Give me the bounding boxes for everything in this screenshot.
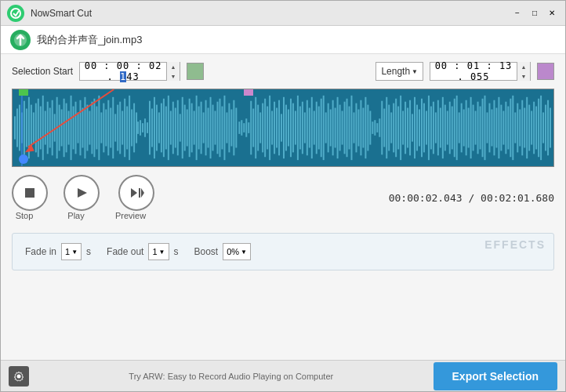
- svg-rect-7: [24, 101, 25, 155]
- boost-value: 0%: [227, 247, 239, 256]
- svg-rect-202: [480, 107, 481, 150]
- svg-rect-218: [517, 103, 518, 153]
- preview-label: Preview: [115, 211, 146, 220]
- length-spinners: ▲ ▼: [517, 62, 530, 81]
- svg-rect-192: [456, 96, 458, 160]
- svg-rect-161: [383, 109, 385, 147]
- svg-rect-158: [376, 123, 378, 132]
- svg-rect-150: [357, 109, 359, 146]
- svg-rect-229: [542, 112, 544, 143]
- svg-marker-237: [78, 188, 87, 198]
- svg-rect-117: [281, 114, 282, 141]
- fade-in-select[interactable]: 1 ▼: [61, 243, 82, 260]
- svg-rect-151: [360, 100, 361, 156]
- svg-rect-105: [252, 109, 254, 147]
- svg-rect-165: [393, 103, 394, 153]
- svg-rect-98: [223, 96, 225, 160]
- stop-button[interactable]: [12, 175, 48, 211]
- close-button[interactable]: ✕: [545, 6, 559, 20]
- svg-rect-147: [350, 96, 352, 160]
- svg-rect-120: [288, 109, 289, 146]
- playhead[interactable]: [19, 154, 28, 164]
- boost-label: Boost: [194, 246, 219, 257]
- svg-rect-113: [271, 111, 273, 144]
- fade-out-select[interactable]: 1 ▼: [148, 243, 169, 260]
- svg-rect-57: [129, 96, 130, 160]
- svg-rect-31: [80, 100, 82, 156]
- svg-rect-5: [19, 105, 20, 151]
- svg-rect-156: [372, 122, 373, 134]
- svg-rect-14: [40, 107, 42, 150]
- svg-rect-164: [390, 112, 392, 143]
- svg-rect-70: [170, 111, 172, 144]
- boost-select[interactable]: 0% ▼: [223, 243, 251, 260]
- svg-rect-83: [201, 102, 202, 154]
- app-header: 我的合并声音_join.mp3: [1, 26, 565, 54]
- length-input[interactable]: 00 : 01 : 13 . 055 ▲ ▼: [430, 62, 531, 81]
- export-button[interactable]: Export Selection: [434, 362, 557, 390]
- svg-rect-71: [172, 102, 174, 154]
- svg-rect-12: [35, 103, 37, 153]
- svg-rect-106: [255, 97, 256, 158]
- settings-button[interactable]: [9, 366, 29, 387]
- svg-rect-132: [316, 102, 317, 154]
- length-dropdown[interactable]: Length ▼: [376, 62, 423, 81]
- svg-rect-127: [304, 112, 306, 143]
- svg-rect-17: [47, 102, 49, 154]
- svg-rect-206: [488, 103, 490, 153]
- svg-rect-198: [470, 97, 472, 158]
- length-dropdown-arrow: ▼: [412, 68, 418, 75]
- svg-rect-42: [93, 99, 95, 157]
- svg-rect-170: [405, 102, 406, 154]
- effects-area: EFFECTS Fade in 1 ▼ s Fade out 1 ▼: [12, 233, 554, 270]
- svg-rect-119: [285, 105, 287, 151]
- svg-rect-199: [473, 105, 474, 151]
- selection-start-input[interactable]: 00 : 00 : 02 . 143 ▲ ▼: [79, 62, 180, 81]
- svg-rect-183: [435, 112, 437, 143]
- svg-rect-32: [82, 108, 83, 148]
- maximize-button[interactable]: □: [528, 6, 542, 20]
- svg-rect-230: [545, 105, 546, 151]
- fade-out-value: 1: [152, 247, 157, 256]
- svg-rect-20: [54, 114, 56, 141]
- length-down[interactable]: ▼: [517, 71, 530, 81]
- play-button[interactable]: [63, 175, 100, 211]
- svg-rect-157: [374, 120, 376, 136]
- svg-rect-162: [386, 97, 387, 158]
- svg-rect-8: [26, 109, 27, 147]
- minimize-button[interactable]: −: [510, 6, 524, 20]
- length-swatch[interactable]: [537, 63, 554, 80]
- svg-rect-107: [257, 105, 259, 151]
- svg-rect-172: [409, 100, 411, 156]
- svg-rect-94: [215, 111, 216, 144]
- waveform-container[interactable]: [12, 89, 554, 167]
- svg-rect-78: [189, 99, 190, 157]
- svg-rect-25: [66, 103, 67, 153]
- svg-rect-118: [283, 97, 285, 158]
- svg-rect-139: [332, 100, 334, 156]
- svg-rect-141: [337, 97, 339, 158]
- svg-rect-136: [325, 112, 327, 143]
- length-up[interactable]: ▲: [517, 62, 530, 71]
- svg-rect-104: [250, 101, 252, 155]
- svg-rect-142: [339, 105, 341, 151]
- svg-rect-196: [466, 100, 467, 156]
- svg-rect-133: [318, 107, 320, 150]
- svg-rect-179: [426, 111, 427, 144]
- svg-rect-182: [433, 102, 434, 154]
- svg-rect-61: [149, 101, 151, 155]
- svg-rect-62: [151, 109, 153, 147]
- svg-rect-145: [346, 99, 348, 157]
- svg-rect-90: [245, 118, 247, 137]
- svg-rect-223: [528, 105, 530, 151]
- selection-start-down[interactable]: ▼: [167, 71, 180, 81]
- selection-start-swatch[interactable]: [187, 63, 204, 80]
- svg-rect-169: [402, 111, 404, 144]
- title-bar: NowSmart Cut − □ ✕: [1, 1, 565, 26]
- preview-button[interactable]: [118, 175, 154, 211]
- svg-rect-210: [498, 97, 499, 158]
- effects-watermark: EFFECTS: [484, 238, 546, 251]
- svg-rect-91: [248, 122, 249, 133]
- svg-rect-130: [311, 97, 313, 158]
- selection-start-up[interactable]: ▲: [167, 62, 180, 71]
